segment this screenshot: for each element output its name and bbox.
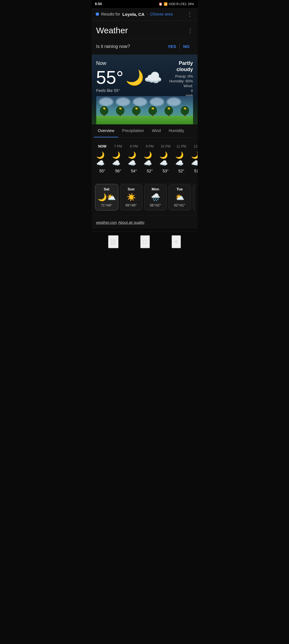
hourly-icon-7pm: 🌙☁️ [112, 151, 124, 167]
hourly-temp-8pm: 54° [131, 169, 137, 173]
hourly-item-8pm[interactable]: 8 PM 🌙☁️ 54° [127, 143, 141, 175]
status-icons: ⏰ 📶 VOD R LTE1 33% [159, 2, 194, 6]
weather-tabs: Overview Precipitation Wind Humidity [92, 124, 198, 138]
hourly-section: NOW 🌙☁️ 55° 7 PM 🌙☁️ 56° 8 PM 🌙☁️ 54° 9 … [92, 138, 198, 180]
hourly-icon-11pm: 🌙☁️ [175, 151, 188, 167]
condition-text: Partlycloudy [154, 60, 193, 72]
rain-yes-button[interactable]: YES [164, 42, 179, 50]
hourly-icon-10pm: 🌙☁️ [159, 151, 172, 167]
rain-question-bar: Is it raining now? YES NO [92, 38, 198, 55]
location-name: Loyola, CA [122, 12, 144, 17]
hourly-time-12a: 12 A [194, 144, 197, 148]
hourly-item-9pm[interactable]: 9 PM 🌙☁️ 52° [143, 143, 157, 175]
hourly-icon-8pm: 🌙☁️ [128, 151, 140, 167]
day-card-tue[interactable]: Tue ⛅ 62°/41° [168, 184, 191, 210]
tab-precipitation[interactable]: Precipitation [118, 124, 148, 137]
day-name-sat: Sat [104, 187, 109, 191]
hourly-item-12a[interactable]: 12 A 🌙☁️ 51° [190, 143, 198, 175]
hourly-temp-11pm: 52° [178, 169, 184, 173]
tree-top-5 [165, 106, 173, 115]
hourly-time-11pm: 11 PM [176, 144, 186, 148]
day-icon-sat: 🌙⛅ [98, 193, 116, 202]
day-icon-sun: ☀️ [127, 193, 136, 202]
tree-4 [148, 106, 157, 117]
tree-top-1 [100, 106, 108, 115]
trees-row [96, 106, 193, 117]
hourly-time-now: NOW [98, 144, 106, 148]
day-card-mon[interactable]: Mon 🌧️ 58°/42° [144, 184, 167, 210]
temperature-value: 55° [96, 69, 124, 87]
tree-top-3 [132, 106, 141, 115]
tree-6 [181, 106, 189, 117]
rain-no-button[interactable]: NO [180, 42, 193, 50]
hourly-icon-9pm: 🌙☁️ [144, 151, 156, 167]
tree-top-4 [148, 106, 157, 115]
day-name-sun: Sun [128, 187, 135, 191]
tab-overview[interactable]: Overview [94, 124, 118, 137]
nav-back-button[interactable]: < [172, 235, 181, 248]
choose-area-link[interactable]: Choose area [150, 12, 173, 16]
wind-speed: 0 [154, 89, 193, 93]
hourly-item-7pm[interactable]: 7 PM 🌙☁️ 56° [111, 143, 126, 175]
top-bar-more-button[interactable]: ⋮ [186, 11, 194, 17]
day-icon-mon: 🌧️ [151, 193, 160, 202]
day-temps-mon: 58°/42° [150, 203, 161, 207]
cloud-2 [116, 98, 130, 106]
humidity-detail: Humidity: 60% [154, 79, 193, 83]
hourly-times-scroll[interactable]: NOW 🌙☁️ 55° 7 PM 🌙☁️ 56° 8 PM 🌙☁️ 54° 9 … [92, 140, 198, 177]
battery-icon: 33% [188, 2, 194, 6]
day-card-wed[interactable]: Wed ⛅ 63°/47° [193, 184, 195, 210]
hourly-item-now[interactable]: NOW 🌙☁️ 55° [95, 143, 110, 175]
hourly-item-10pm[interactable]: 10 PM 🌙☁️ 53° [158, 143, 173, 175]
nav-home-button[interactable]: □ [140, 235, 150, 248]
tab-wind[interactable]: Wind [148, 124, 165, 137]
current-weather-section: Partlycloudy Precip: 0% Humidity: 60% Wi… [92, 55, 198, 124]
weather-more-button[interactable]: ⋮ [187, 27, 193, 34]
hourly-temp-9pm: 52° [147, 169, 153, 173]
tree-2 [116, 106, 124, 117]
daily-forecast-section: Sat 🌙⛅ 71°/44° Sun ☀️ 69°/49° Mon 🌧️ 58°… [92, 180, 198, 216]
footer-link-weathercom[interactable]: weather.com [96, 220, 117, 225]
tab-humidity[interactable]: Humidity [165, 124, 188, 137]
hourly-temp-12a: 51° [194, 169, 198, 173]
day-icon-tue: ⛅ [175, 193, 184, 202]
hourly-time-9pm: 9 PM [146, 144, 154, 148]
cloud-1 [99, 98, 113, 106]
daily-scroll[interactable]: Sat 🌙⛅ 71°/44° Sun ☀️ 69°/49° Mon 🌧️ 58°… [94, 183, 195, 213]
nav-bar: ||| □ < [92, 232, 198, 252]
footer-links-section: weather.com About air quality [92, 216, 198, 229]
hourly-time-10pm: 10 PM [161, 144, 170, 148]
results-label: Results for [101, 12, 120, 16]
day-temps-sun: 69°/49° [126, 203, 137, 207]
day-card-sat[interactable]: Sat 🌙⛅ 71°/44° [95, 184, 118, 210]
tree-1 [100, 106, 108, 117]
nav-menu-button[interactable]: ||| [108, 235, 119, 248]
cloud-4 [150, 98, 164, 106]
signal-icon: VOD R LTE1 [169, 2, 187, 6]
hourly-icon-12a: 🌙☁️ [191, 151, 198, 167]
wifi-icon: 📶 [164, 2, 168, 6]
status-bar: 6:54 ⏰ 📶 VOD R LTE1 33% [92, 0, 198, 8]
cloud-5 [167, 98, 181, 106]
day-card-sun[interactable]: Sun ☀️ 69°/49° [120, 184, 143, 210]
separator: · [147, 12, 148, 16]
day-name-mon: Mon [152, 187, 159, 191]
hourly-temp-now: 55° [99, 169, 105, 173]
rain-question-text: Is it raining now? [96, 44, 130, 49]
tree-top-6 [181, 106, 189, 115]
day-temps-sat: 71°/44° [101, 203, 112, 207]
footer-link-airquality[interactable]: About air quality [118, 220, 144, 225]
hourly-item-11pm[interactable]: 11 PM 🌙☁️ 52° [174, 143, 189, 175]
hourly-temp-7pm: 56° [115, 169, 121, 173]
cloud-3 [133, 98, 147, 106]
wind-label: Wind: [154, 84, 193, 88]
location-dot-icon [96, 12, 99, 16]
hourly-time-7pm: 7 PM [114, 144, 122, 148]
precip-detail: Precip: 0% [154, 74, 193, 78]
location-info: Results for Loyola, CA · Choose area [96, 12, 173, 17]
weather-title-bar: Weather ⋮ [92, 21, 198, 38]
day-temps-tue: 62°/41° [174, 203, 185, 207]
hourly-time-8pm: 8 PM [130, 144, 138, 148]
tree-top-2 [116, 106, 124, 115]
tree-3 [132, 106, 141, 117]
